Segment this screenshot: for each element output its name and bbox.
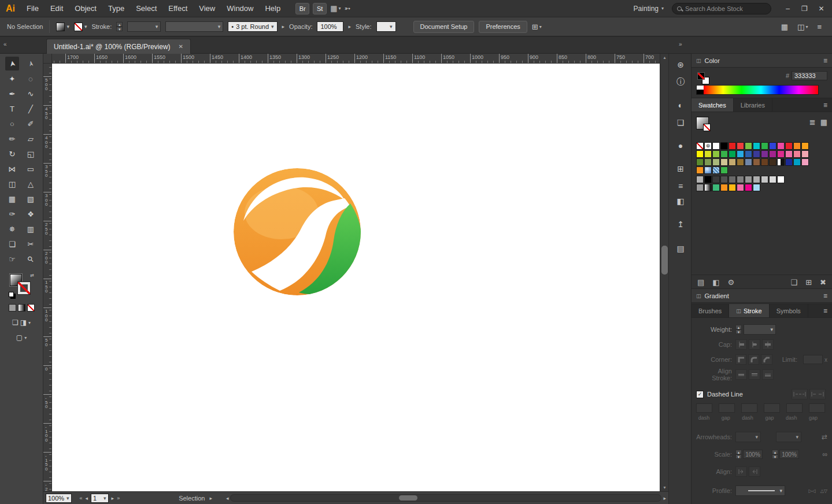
- stroke-color-indicator[interactable]: [18, 282, 30, 294]
- gradient-panel-icon[interactable]: ◐: [673, 98, 688, 113]
- column-graph-tool[interactable]: ▥: [24, 222, 38, 236]
- swatch-5-1[interactable]: [704, 184, 712, 191]
- appearance-panel-icon[interactable]: ●: [673, 138, 688, 153]
- step-up-icon[interactable]: ▴: [772, 450, 778, 454]
- opacity-input[interactable]: [320, 23, 340, 30]
- menu-view[interactable]: View: [193, 0, 221, 17]
- close-button[interactable]: ✕: [813, 1, 830, 17]
- step-up-icon[interactable]: ▴: [735, 325, 742, 329]
- status-popup-icon[interactable]: ▸: [209, 495, 212, 501]
- direct-selection-tool[interactable]: ➢: [24, 57, 38, 71]
- preferences-button[interactable]: Preferences: [479, 21, 527, 33]
- menu-type[interactable]: Type: [102, 0, 130, 17]
- grid-view-icon[interactable]: ▦: [820, 118, 827, 127]
- swatch-0-10[interactable]: [777, 142, 785, 150]
- touch-workspace-button[interactable]: ➳: [345, 4, 351, 13]
- swatch-1-2[interactable]: [712, 150, 720, 158]
- weight-select[interactable]: ▾: [744, 324, 776, 335]
- horizontal-scroll-track[interactable]: [230, 494, 661, 502]
- swatch-4-5[interactable]: [737, 176, 744, 183]
- color-panel-menu-icon[interactable]: ≡: [823, 57, 827, 65]
- draw-normal-icon[interactable]: ❏: [12, 318, 19, 327]
- corner-round-button[interactable]: [748, 354, 759, 365]
- menu-select[interactable]: Select: [130, 0, 162, 17]
- swatch-0-7[interactable]: [753, 142, 760, 150]
- style-libraries-button[interactable]: St: [313, 3, 327, 14]
- dash-field-5[interactable]: [786, 403, 803, 413]
- step-up-icon[interactable]: ▴: [116, 22, 123, 27]
- swatch-0-5[interactable]: [737, 142, 744, 150]
- opacity-popup-icon[interactable]: ▸: [348, 24, 351, 29]
- ellipse-tool[interactable]: ○: [5, 117, 19, 131]
- swatch-0-8[interactable]: [761, 142, 768, 150]
- swatch-1-5[interactable]: [737, 150, 744, 158]
- swatch-5-7[interactable]: [753, 184, 760, 191]
- swatch-2-6[interactable]: [745, 158, 752, 166]
- swatch-3-0[interactable]: [696, 166, 704, 174]
- scale-x-stepper[interactable]: ▴ ▾: [735, 450, 742, 459]
- step-down-icon[interactable]: ▾: [735, 329, 742, 334]
- chevron-down-icon[interactable]: ▾: [24, 335, 27, 340]
- logo-artwork[interactable]: [231, 165, 364, 298]
- dash-field-1[interactable]: [696, 403, 712, 413]
- close-tab-icon[interactable]: ✕: [179, 43, 183, 50]
- scale-y-stepper[interactable]: ▴ ▾: [772, 450, 778, 459]
- align-dash-button[interactable]: [809, 389, 826, 399]
- step-down-icon[interactable]: ▾: [735, 454, 742, 459]
- brush-definition-select[interactable]: • 3 pt. Round ▾: [228, 21, 277, 32]
- swatch-5-0[interactable]: [696, 184, 704, 191]
- swatch-0-13[interactable]: [801, 142, 809, 150]
- gradient-tool[interactable]: ▧: [24, 192, 38, 206]
- dashed-line-checkbox[interactable]: ✓: [696, 391, 704, 398]
- arrowhead-start-select[interactable]: ▾: [735, 432, 761, 442]
- shape-builder-tool[interactable]: ◫: [5, 177, 19, 191]
- navigator-panel-icon[interactable]: ⊛: [673, 57, 688, 72]
- swatch-2-1[interactable]: [704, 158, 712, 166]
- swatch-1-12[interactable]: [793, 150, 801, 158]
- next-artboard-icon[interactable]: ▸: [112, 495, 114, 501]
- tab-libraries[interactable]: Libraries: [734, 98, 772, 112]
- align-stroke-center-button[interactable]: [735, 369, 747, 380]
- swatch-2-10[interactable]: [777, 158, 785, 166]
- spectrum-rainbow[interactable]: [704, 86, 818, 94]
- workspace-switcher[interactable]: Painting ▾: [634, 5, 664, 13]
- menu-edit[interactable]: Edit: [45, 0, 69, 17]
- paint-none-button[interactable]: [27, 304, 35, 312]
- fill-color-dropdown[interactable]: ▾: [56, 23, 69, 31]
- artboard-input[interactable]: [93, 495, 103, 502]
- stroke-weight-stepper[interactable]: ▴ ▾: [116, 22, 123, 31]
- swatch-1-9[interactable]: [769, 150, 776, 158]
- selection-tool[interactable]: ➤: [5, 57, 19, 71]
- flip-across-icon[interactable]: △▽: [820, 488, 827, 494]
- scale-tool[interactable]: ◱: [24, 147, 38, 161]
- swatch-libraries-icon[interactable]: ▤: [697, 278, 704, 287]
- swap-fill-stroke-icon[interactable]: ⇄: [30, 273, 34, 278]
- delete-swatch-icon[interactable]: ✖: [820, 278, 826, 287]
- panel-toggle-icon[interactable]: ◫: [696, 58, 701, 64]
- scroll-up-icon[interactable]: ▴: [660, 55, 669, 60]
- swatch-0-12[interactable]: [793, 142, 801, 150]
- chevron-down-icon[interactable]: ▾: [28, 320, 31, 325]
- swatch-3-1[interactable]: [704, 166, 712, 174]
- eyedropper-tool[interactable]: ✑: [5, 207, 19, 221]
- dash-field-2[interactable]: [719, 403, 735, 413]
- type-tool[interactable]: T: [5, 102, 19, 116]
- scroll-left-icon[interactable]: ◂: [226, 495, 229, 501]
- document-arrange-button[interactable]: ▦: [781, 23, 788, 31]
- export-panel-icon[interactable]: ↥: [673, 217, 688, 232]
- tab-swatches[interactable]: Swatches: [692, 98, 734, 112]
- scale-y-input[interactable]: [779, 450, 799, 459]
- swatch-0-6[interactable]: [745, 142, 752, 150]
- vertical-scrollbar[interactable]: ▴ ▾: [660, 54, 668, 491]
- first-artboard-icon[interactable]: «: [80, 495, 83, 501]
- swatch-5-4[interactable]: [729, 184, 736, 191]
- restore-button[interactable]: ❐: [796, 1, 813, 17]
- layers-panel-icon[interactable]: ▤: [673, 241, 688, 256]
- scroll-down-icon[interactable]: ▾: [660, 485, 669, 490]
- screen-mode-icon[interactable]: ▢: [16, 333, 23, 342]
- new-color-group-icon[interactable]: ❑: [791, 278, 798, 287]
- align-stroke-outside-button[interactable]: [762, 369, 774, 380]
- align-stroke-inside-button[interactable]: [749, 369, 760, 380]
- swatch-4-4[interactable]: [729, 176, 736, 183]
- cap-projecting-button[interactable]: [762, 339, 774, 350]
